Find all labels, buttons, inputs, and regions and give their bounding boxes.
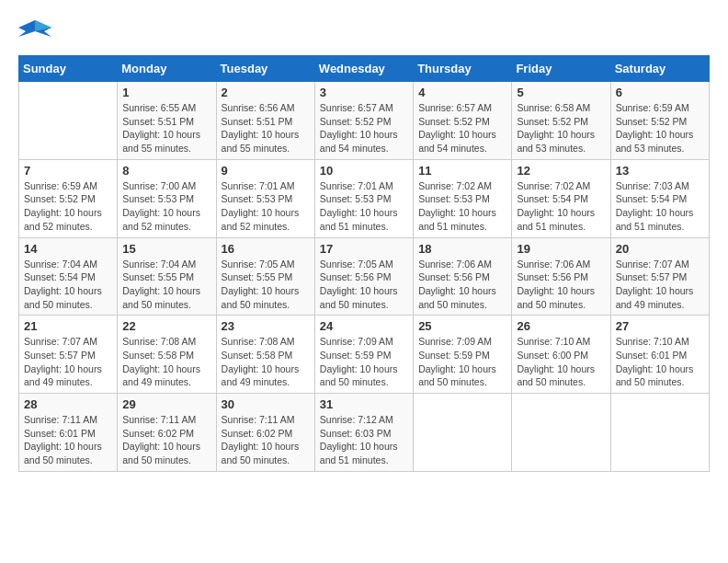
calendar-cell: 18Sunrise: 7:06 AMSunset: 5:56 PMDayligh… bbox=[414, 237, 512, 316]
day-number: 12 bbox=[517, 164, 605, 178]
day-number: 10 bbox=[320, 164, 408, 178]
day-info: Sunrise: 7:03 AMSunset: 5:54 PMDaylight:… bbox=[616, 179, 704, 234]
weekday-header: Thursday bbox=[414, 56, 512, 82]
day-number: 7 bbox=[24, 164, 112, 178]
day-info: Sunrise: 7:11 AMSunset: 6:02 PMDaylight:… bbox=[222, 413, 310, 467]
calendar-cell bbox=[512, 394, 610, 472]
calendar-cell: 1Sunrise: 6:55 AMSunset: 5:51 PMDaylight… bbox=[118, 82, 216, 160]
day-number: 9 bbox=[222, 164, 310, 178]
day-number: 27 bbox=[616, 319, 704, 333]
day-info: Sunrise: 6:59 AMSunset: 5:52 PMDaylight:… bbox=[616, 101, 704, 155]
day-info: Sunrise: 7:07 AMSunset: 5:57 PMDaylight:… bbox=[24, 335, 112, 389]
day-number: 8 bbox=[122, 164, 210, 178]
day-info: Sunrise: 7:11 AMSunset: 6:01 PMDaylight:… bbox=[24, 413, 112, 467]
day-number: 26 bbox=[517, 319, 605, 333]
day-number: 16 bbox=[222, 242, 310, 256]
day-info: Sunrise: 7:11 AMSunset: 6:02 PMDaylight:… bbox=[122, 413, 210, 467]
day-info: Sunrise: 7:10 AMSunset: 6:00 PMDaylight:… bbox=[517, 335, 605, 389]
day-number: 4 bbox=[418, 86, 506, 99]
day-number: 20 bbox=[616, 242, 704, 256]
weekday-header: Tuesday bbox=[216, 56, 314, 82]
calendar-cell: 31Sunrise: 7:12 AMSunset: 6:03 PMDayligh… bbox=[314, 394, 413, 472]
calendar-cell: 22Sunrise: 7:08 AMSunset: 5:58 PMDayligh… bbox=[118, 316, 216, 394]
day-info: Sunrise: 7:05 AMSunset: 5:55 PMDaylight:… bbox=[222, 258, 310, 312]
calendar-week-row: 1Sunrise: 6:55 AMSunset: 5:51 PMDaylight… bbox=[19, 82, 710, 160]
calendar-cell: 14Sunrise: 7:04 AMSunset: 5:54 PMDayligh… bbox=[19, 237, 118, 316]
day-info: Sunrise: 7:08 AMSunset: 5:58 PMDaylight:… bbox=[122, 335, 210, 389]
calendar-cell: 12Sunrise: 7:02 AMSunset: 5:54 PMDayligh… bbox=[512, 159, 610, 237]
calendar-cell: 2Sunrise: 6:56 AMSunset: 5:51 PMDaylight… bbox=[216, 82, 314, 160]
calendar-cell: 19Sunrise: 7:06 AMSunset: 5:56 PMDayligh… bbox=[512, 237, 610, 316]
day-info: Sunrise: 7:02 AMSunset: 5:53 PMDaylight:… bbox=[418, 179, 506, 234]
day-info: Sunrise: 7:07 AMSunset: 5:57 PMDaylight:… bbox=[616, 258, 704, 312]
day-number: 5 bbox=[517, 86, 605, 99]
calendar-cell: 25Sunrise: 7:09 AMSunset: 5:59 PMDayligh… bbox=[414, 316, 512, 394]
day-info: Sunrise: 7:02 AMSunset: 5:54 PMDaylight:… bbox=[517, 179, 605, 234]
day-number: 31 bbox=[320, 397, 408, 411]
calendar-cell: 11Sunrise: 7:02 AMSunset: 5:53 PMDayligh… bbox=[414, 159, 512, 237]
calendar-cell: 20Sunrise: 7:07 AMSunset: 5:57 PMDayligh… bbox=[610, 237, 709, 316]
day-number: 21 bbox=[24, 319, 112, 333]
day-number: 30 bbox=[222, 397, 310, 411]
day-number: 22 bbox=[122, 319, 210, 333]
calendar-cell: 30Sunrise: 7:11 AMSunset: 6:02 PMDayligh… bbox=[216, 394, 314, 472]
day-number: 23 bbox=[222, 319, 310, 333]
logo-icon bbox=[18, 18, 51, 46]
logo bbox=[18, 18, 57, 46]
calendar-table: SundayMondayTuesdayWednesdayThursdayFrid… bbox=[18, 55, 710, 472]
weekday-header: Friday bbox=[512, 56, 610, 82]
day-number: 13 bbox=[616, 164, 704, 178]
calendar-cell: 4Sunrise: 6:57 AMSunset: 5:52 PMDaylight… bbox=[414, 82, 512, 160]
weekday-header: Saturday bbox=[610, 56, 709, 82]
calendar-cell: 21Sunrise: 7:07 AMSunset: 5:57 PMDayligh… bbox=[19, 316, 118, 394]
day-number: 2 bbox=[222, 86, 310, 99]
calendar-cell: 24Sunrise: 7:09 AMSunset: 5:59 PMDayligh… bbox=[314, 316, 413, 394]
day-info: Sunrise: 7:04 AMSunset: 5:54 PMDaylight:… bbox=[24, 258, 112, 312]
day-number: 3 bbox=[320, 86, 408, 99]
day-info: Sunrise: 7:10 AMSunset: 6:01 PMDaylight:… bbox=[616, 335, 704, 389]
day-info: Sunrise: 7:09 AMSunset: 5:59 PMDaylight:… bbox=[418, 335, 506, 389]
day-info: Sunrise: 7:01 AMSunset: 5:53 PMDaylight:… bbox=[320, 179, 408, 234]
day-info: Sunrise: 7:01 AMSunset: 5:53 PMDaylight:… bbox=[222, 179, 310, 234]
day-info: Sunrise: 7:04 AMSunset: 5:55 PMDaylight:… bbox=[122, 258, 210, 312]
calendar-cell: 28Sunrise: 7:11 AMSunset: 6:01 PMDayligh… bbox=[19, 394, 118, 472]
day-number: 24 bbox=[320, 319, 408, 333]
day-info: Sunrise: 6:55 AMSunset: 5:51 PMDaylight:… bbox=[122, 101, 210, 155]
day-info: Sunrise: 6:59 AMSunset: 5:52 PMDaylight:… bbox=[24, 179, 112, 234]
calendar-cell bbox=[414, 394, 512, 472]
day-number: 17 bbox=[320, 242, 408, 256]
calendar-cell: 3Sunrise: 6:57 AMSunset: 5:52 PMDaylight… bbox=[314, 82, 413, 160]
calendar-week-row: 21Sunrise: 7:07 AMSunset: 5:57 PMDayligh… bbox=[19, 316, 710, 394]
calendar-cell: 13Sunrise: 7:03 AMSunset: 5:54 PMDayligh… bbox=[610, 159, 709, 237]
day-number: 6 bbox=[616, 86, 704, 99]
calendar-cell: 17Sunrise: 7:05 AMSunset: 5:56 PMDayligh… bbox=[314, 237, 413, 316]
day-number: 25 bbox=[418, 319, 506, 333]
calendar-cell: 23Sunrise: 7:08 AMSunset: 5:58 PMDayligh… bbox=[216, 316, 314, 394]
calendar-cell bbox=[610, 394, 709, 472]
day-number: 15 bbox=[122, 242, 210, 256]
day-number: 11 bbox=[418, 164, 506, 178]
weekday-header: Monday bbox=[118, 56, 216, 82]
calendar-cell: 9Sunrise: 7:01 AMSunset: 5:53 PMDaylight… bbox=[216, 159, 314, 237]
day-info: Sunrise: 7:06 AMSunset: 5:56 PMDaylight:… bbox=[517, 258, 605, 312]
calendar-cell: 26Sunrise: 7:10 AMSunset: 6:00 PMDayligh… bbox=[512, 316, 610, 394]
weekday-header: Wednesday bbox=[314, 56, 413, 82]
calendar-cell bbox=[19, 82, 118, 160]
day-info: Sunrise: 6:57 AMSunset: 5:52 PMDaylight:… bbox=[418, 101, 506, 155]
day-info: Sunrise: 7:12 AMSunset: 6:03 PMDaylight:… bbox=[320, 413, 408, 467]
day-info: Sunrise: 7:06 AMSunset: 5:56 PMDaylight:… bbox=[418, 258, 506, 312]
day-number: 18 bbox=[418, 242, 506, 256]
day-number: 19 bbox=[517, 242, 605, 256]
calendar-cell: 8Sunrise: 7:00 AMSunset: 5:53 PMDaylight… bbox=[118, 159, 216, 237]
weekday-header: Sunday bbox=[19, 56, 118, 82]
day-info: Sunrise: 7:00 AMSunset: 5:53 PMDaylight:… bbox=[122, 179, 210, 234]
calendar-cell: 27Sunrise: 7:10 AMSunset: 6:01 PMDayligh… bbox=[610, 316, 709, 394]
calendar-cell: 6Sunrise: 6:59 AMSunset: 5:52 PMDaylight… bbox=[610, 82, 709, 160]
day-number: 1 bbox=[122, 86, 210, 99]
calendar-cell: 15Sunrise: 7:04 AMSunset: 5:55 PMDayligh… bbox=[118, 237, 216, 316]
calendar-week-row: 7Sunrise: 6:59 AMSunset: 5:52 PMDaylight… bbox=[19, 159, 710, 237]
day-info: Sunrise: 6:58 AMSunset: 5:52 PMDaylight:… bbox=[517, 101, 605, 155]
day-info: Sunrise: 7:05 AMSunset: 5:56 PMDaylight:… bbox=[320, 258, 408, 312]
calendar-cell: 5Sunrise: 6:58 AMSunset: 5:52 PMDaylight… bbox=[512, 82, 610, 160]
calendar-cell: 29Sunrise: 7:11 AMSunset: 6:02 PMDayligh… bbox=[118, 394, 216, 472]
